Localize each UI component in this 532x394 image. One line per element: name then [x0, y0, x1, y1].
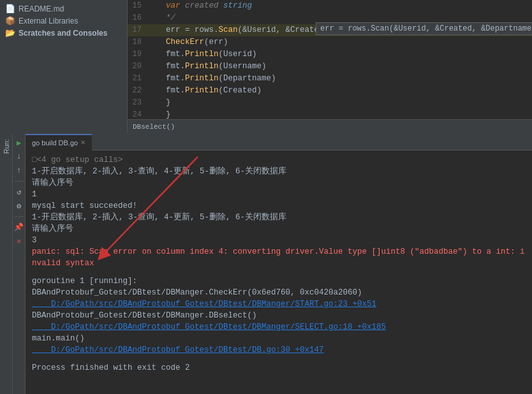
- line-number-15: 15: [128, 0, 147, 12]
- settings-button[interactable]: ⚙: [14, 201, 24, 211]
- output-link-select[interactable]: D:/GoPath/src/DBAndProtobuf_Gotest/DBtes…: [32, 321, 526, 333]
- scratches-icon: 📂: [5, 28, 15, 38]
- line-content-18: CheckErr(err): [147, 36, 532, 48]
- scan-tooltip: err = rows.Scan(&Userid, &Created, &Depa…: [316, 22, 532, 35]
- code-line-18: 18 CheckErr(err): [128, 36, 532, 48]
- output-menu-1: 1-开启数据库, 2-插入, 3-查询, 4-更新, 5-删除, 6-关闭数据库: [32, 166, 526, 177]
- external-icon: 📦: [5, 16, 15, 26]
- line-number-23: 23: [128, 97, 147, 109]
- line-content-21: fmt.Println(Departname): [147, 73, 532, 85]
- run-toolbar: ▶ ↓ ↑ ↺ ⚙ 📌 ✕: [13, 134, 26, 394]
- readme-icon: 📄: [5, 4, 15, 13]
- run-panel: Run: ▶ ↓ ↑ ↺ ⚙ 📌 ✕ go build DB.go ✕ □<4 …: [0, 134, 532, 394]
- code-line-21: 21 fmt.Println(Departname): [128, 73, 532, 85]
- output-prompt-2: 请输入序号: [32, 223, 526, 235]
- output-link-start[interactable]: D:/GoPath/src/DBAndProtobuf_Gotest/DBtes…: [32, 298, 526, 310]
- scroll-up-button[interactable]: ↑: [14, 166, 24, 176]
- output-content[interactable]: □<4 go setup calls> 1-开启数据库, 2-插入, 3-查询,…: [26, 150, 532, 394]
- output-dbselect: DBAndProtobuf_Gotest/DBtest/DBManger.DBs…: [32, 310, 526, 321]
- output-panic: panic: sql: Scan error on column index 4…: [32, 246, 526, 269]
- output-prompt-1: 请输入序号: [32, 177, 526, 189]
- code-line-23: 23 }: [128, 97, 532, 109]
- run-tab-label: go build DB.go: [32, 139, 78, 147]
- code-line-15: 15 var created string: [128, 0, 532, 12]
- output-container: go build DB.go ✕ □<4 go setup calls> 1-开…: [26, 134, 532, 394]
- line-number-20: 20: [128, 61, 147, 73]
- code-editor: 15 var created string 16 */ 17 err = row…: [128, 0, 532, 133]
- sidebar-item-external[interactable]: 📦 External Libraries: [0, 15, 127, 27]
- run-sidebar: Run:: [0, 134, 13, 394]
- run-tab-close-icon[interactable]: ✕: [80, 139, 85, 146]
- play-button[interactable]: ▶: [14, 138, 24, 148]
- code-line-24: 24 }: [128, 109, 532, 119]
- line-number-22: 22: [128, 85, 147, 97]
- line-content-24: }: [147, 109, 532, 119]
- sidebar-item-readme-label: README.md: [18, 4, 64, 13]
- line-content-22: fmt.Println(Created): [147, 85, 532, 97]
- sidebar: 📄 README.md 📦 External Libraries 📂 Scrat…: [0, 0, 128, 133]
- breadcrumb: DBselect(): [128, 119, 532, 133]
- line-number-24: 24: [128, 109, 147, 119]
- top-area: 📄 README.md 📦 External Libraries 📂 Scrat…: [0, 0, 532, 134]
- output-goroutine: goroutine 1 [running]:: [32, 275, 526, 287]
- code-line-19: 19 fmt.Println(Userid): [128, 48, 532, 61]
- run-label[interactable]: Run:: [3, 136, 10, 156]
- run-tab[interactable]: go build DB.go ✕: [26, 134, 92, 150]
- breadcrumb-text: DBselect(): [133, 123, 175, 131]
- tab-bar: go build DB.go ✕: [26, 134, 532, 150]
- sidebar-item-external-label: External Libraries: [18, 17, 78, 26]
- output-empty-1: [32, 269, 526, 275]
- line-content-20: fmt.Println(Username): [147, 61, 532, 73]
- rerun-button[interactable]: ↺: [14, 187, 24, 197]
- line-number-19: 19: [128, 48, 147, 61]
- line-number-16: 16: [128, 12, 147, 24]
- output-mysql-start: mysql start succeeded!: [32, 200, 526, 212]
- code-line-20: 20 fmt.Println(Username): [128, 61, 532, 73]
- line-content-23: }: [147, 97, 532, 109]
- sidebar-item-scratches-label: Scratches and Consoles: [18, 29, 107, 38]
- output-menu-2: 1-开启数据库, 2-插入, 3-查询, 4-更新, 5-删除, 6-关闭数据库: [32, 212, 526, 223]
- scroll-down-button[interactable]: ↓: [14, 152, 24, 162]
- sidebar-item-scratches[interactable]: 📂 Scratches and Consoles: [0, 27, 127, 39]
- output-input-1: 1: [32, 189, 526, 200]
- output-input-2: 3: [32, 235, 526, 246]
- code-line-22: 22 fmt.Println(Created): [128, 85, 532, 97]
- output-checkerr: DBAndProtobuf_Gotest/DBtest/DBManger.Che…: [32, 287, 526, 298]
- sidebar-item-readme[interactable]: 📄 README.md: [0, 3, 127, 15]
- line-number-18: 18: [128, 36, 147, 48]
- line-content-15: var created string: [147, 0, 532, 12]
- stop-button[interactable]: ✕: [14, 236, 24, 246]
- toolbar-separator-1: [15, 181, 24, 182]
- output-main: main.main(): [32, 333, 526, 344]
- line-number-17: 17: [128, 24, 147, 36]
- line-content-19: fmt.Println(Userid): [147, 48, 532, 61]
- pin-button[interactable]: 📌: [14, 222, 24, 232]
- toolbar-separator-2: [15, 216, 24, 217]
- output-empty-2: [32, 356, 526, 362]
- line-number-21: 21: [128, 73, 147, 85]
- output-exit: Process finished with exit code 2: [32, 362, 526, 374]
- output-link-db[interactable]: D:/GoPath/src/DBAndProtobuf_Gotest/DBtes…: [32, 344, 526, 356]
- code-lines: 15 var created string 16 */ 17 err = row…: [128, 0, 532, 119]
- output-calls: □<4 go setup calls>: [32, 154, 526, 166]
